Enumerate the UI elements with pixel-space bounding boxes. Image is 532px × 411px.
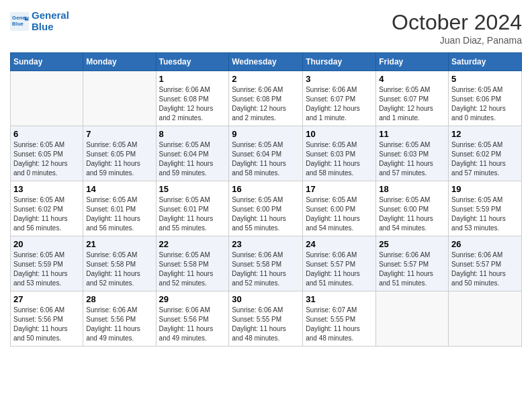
day-info: Sunrise: 6:05 AM Sunset: 5:58 PM Dayligh… xyxy=(86,250,152,288)
calendar-cell: 28Sunrise: 6:06 AM Sunset: 5:56 PM Dayli… xyxy=(83,291,156,347)
calendar-cell: 12Sunrise: 6:05 AM Sunset: 6:02 PM Dayli… xyxy=(449,126,522,181)
calendar-cell: 30Sunrise: 6:06 AM Sunset: 5:55 PM Dayli… xyxy=(229,291,303,347)
calendar-cell: 24Sunrise: 6:06 AM Sunset: 5:57 PM Dayli… xyxy=(303,236,376,291)
day-info: Sunrise: 6:06 AM Sunset: 5:57 PM Dayligh… xyxy=(306,250,373,288)
day-number: 17 xyxy=(306,184,373,194)
day-number: 23 xyxy=(232,239,300,249)
location-subtitle: Juan Diaz, Panama xyxy=(392,35,522,46)
logo-icon: General Blue xyxy=(10,12,29,31)
day-info: Sunrise: 6:06 AM Sunset: 6:07 PM Dayligh… xyxy=(306,85,373,123)
day-number: 14 xyxy=(86,184,152,194)
calendar-cell: 3Sunrise: 6:06 AM Sunset: 6:07 PM Daylig… xyxy=(303,71,376,126)
day-header-wednesday: Wednesday xyxy=(229,53,303,71)
day-header-tuesday: Tuesday xyxy=(156,53,229,71)
day-number: 2 xyxy=(232,74,300,84)
day-info: Sunrise: 6:05 AM Sunset: 5:59 PM Dayligh… xyxy=(13,250,80,288)
day-number: 21 xyxy=(86,239,152,249)
day-number: 29 xyxy=(159,294,226,304)
calendar-cell: 17Sunrise: 6:05 AM Sunset: 6:00 PM Dayli… xyxy=(303,181,376,236)
day-header-sunday: Sunday xyxy=(11,53,83,71)
day-number: 30 xyxy=(232,294,300,304)
logo-text: GeneralBlue xyxy=(32,10,69,32)
calendar-cell: 16Sunrise: 6:05 AM Sunset: 6:00 PM Dayli… xyxy=(229,181,303,236)
calendar-cell: 22Sunrise: 6:05 AM Sunset: 5:58 PM Dayli… xyxy=(156,236,229,291)
day-info: Sunrise: 6:05 AM Sunset: 6:00 PM Dayligh… xyxy=(232,195,300,233)
day-info: Sunrise: 6:05 AM Sunset: 6:04 PM Dayligh… xyxy=(232,140,300,178)
day-info: Sunrise: 6:06 AM Sunset: 5:58 PM Dayligh… xyxy=(232,250,300,288)
day-info: Sunrise: 6:05 AM Sunset: 6:06 PM Dayligh… xyxy=(451,85,519,123)
day-header-monday: Monday xyxy=(83,53,156,71)
day-info: Sunrise: 6:05 AM Sunset: 6:04 PM Dayligh… xyxy=(159,140,226,178)
calendar-cell: 27Sunrise: 6:06 AM Sunset: 5:56 PM Dayli… xyxy=(11,291,83,347)
day-header-thursday: Thursday xyxy=(303,53,376,71)
day-info: Sunrise: 6:06 AM Sunset: 5:57 PM Dayligh… xyxy=(451,250,519,288)
day-number: 13 xyxy=(13,184,80,194)
day-number: 26 xyxy=(451,239,519,249)
day-number: 12 xyxy=(451,129,519,139)
day-info: Sunrise: 6:06 AM Sunset: 5:56 PM Dayligh… xyxy=(13,306,80,343)
day-number: 28 xyxy=(86,294,152,304)
calendar-cell: 21Sunrise: 6:05 AM Sunset: 5:58 PM Dayli… xyxy=(83,236,156,291)
day-number: 9 xyxy=(232,129,300,139)
calendar-cell: 10Sunrise: 6:05 AM Sunset: 6:03 PM Dayli… xyxy=(303,126,376,181)
day-number: 19 xyxy=(451,184,519,194)
calendar-cell: 19Sunrise: 6:05 AM Sunset: 5:59 PM Dayli… xyxy=(449,181,522,236)
day-info: Sunrise: 6:05 AM Sunset: 6:03 PM Dayligh… xyxy=(306,140,373,178)
calendar-cell: 25Sunrise: 6:06 AM Sunset: 5:57 PM Dayli… xyxy=(376,236,449,291)
svg-text:Blue: Blue xyxy=(12,21,24,27)
calendar-cell xyxy=(11,71,83,126)
calendar-cell: 14Sunrise: 6:05 AM Sunset: 6:01 PM Dayli… xyxy=(83,181,156,236)
calendar-cell: 23Sunrise: 6:06 AM Sunset: 5:58 PM Dayli… xyxy=(229,236,303,291)
day-info: Sunrise: 6:05 AM Sunset: 6:05 PM Dayligh… xyxy=(86,140,152,178)
day-number: 25 xyxy=(379,239,445,249)
day-number: 15 xyxy=(159,184,226,194)
calendar-table: SundayMondayTuesdayWednesdayThursdayFrid… xyxy=(10,52,522,347)
day-info: Sunrise: 6:05 AM Sunset: 6:01 PM Dayligh… xyxy=(159,195,226,233)
day-number: 22 xyxy=(159,239,226,249)
calendar-cell: 9Sunrise: 6:05 AM Sunset: 6:04 PM Daylig… xyxy=(229,126,303,181)
month-title: October 2024 xyxy=(392,10,522,35)
day-info: Sunrise: 6:05 AM Sunset: 6:03 PM Dayligh… xyxy=(379,140,445,178)
day-info: Sunrise: 6:05 AM Sunset: 6:01 PM Dayligh… xyxy=(86,195,152,233)
day-info: Sunrise: 6:05 AM Sunset: 6:07 PM Dayligh… xyxy=(379,85,445,123)
day-info: Sunrise: 6:05 AM Sunset: 6:00 PM Dayligh… xyxy=(379,195,445,233)
day-info: Sunrise: 6:06 AM Sunset: 5:56 PM Dayligh… xyxy=(86,306,152,343)
day-info: Sunrise: 6:05 AM Sunset: 6:02 PM Dayligh… xyxy=(13,195,80,233)
calendar-cell: 26Sunrise: 6:06 AM Sunset: 5:57 PM Dayli… xyxy=(449,236,522,291)
day-number: 5 xyxy=(451,74,519,84)
day-info: Sunrise: 6:05 AM Sunset: 6:02 PM Dayligh… xyxy=(451,140,519,178)
calendar-cell: 31Sunrise: 6:07 AM Sunset: 5:55 PM Dayli… xyxy=(303,291,376,347)
day-header-saturday: Saturday xyxy=(449,53,522,71)
day-info: Sunrise: 6:06 AM Sunset: 6:08 PM Dayligh… xyxy=(232,85,300,123)
calendar-cell: 1Sunrise: 6:06 AM Sunset: 6:08 PM Daylig… xyxy=(156,71,229,126)
day-number: 27 xyxy=(13,294,80,304)
day-info: Sunrise: 6:07 AM Sunset: 5:55 PM Dayligh… xyxy=(306,306,373,343)
calendar-cell: 15Sunrise: 6:05 AM Sunset: 6:01 PM Dayli… xyxy=(156,181,229,236)
day-info: Sunrise: 6:05 AM Sunset: 5:58 PM Dayligh… xyxy=(159,250,226,288)
day-info: Sunrise: 6:05 AM Sunset: 5:59 PM Dayligh… xyxy=(451,195,519,233)
calendar-cell: 20Sunrise: 6:05 AM Sunset: 5:59 PM Dayli… xyxy=(11,236,83,291)
calendar-cell: 7Sunrise: 6:05 AM Sunset: 6:05 PM Daylig… xyxy=(83,126,156,181)
day-info: Sunrise: 6:06 AM Sunset: 5:56 PM Dayligh… xyxy=(159,306,226,343)
calendar-cell: 18Sunrise: 6:05 AM Sunset: 6:00 PM Dayli… xyxy=(376,181,449,236)
calendar-cell: 11Sunrise: 6:05 AM Sunset: 6:03 PM Dayli… xyxy=(376,126,449,181)
day-header-friday: Friday xyxy=(376,53,449,71)
calendar-cell: 13Sunrise: 6:05 AM Sunset: 6:02 PM Dayli… xyxy=(11,181,83,236)
day-number: 4 xyxy=(379,74,445,84)
day-number: 31 xyxy=(306,294,373,304)
page-header: General Blue GeneralBlue October 2024 Ju… xyxy=(10,10,522,46)
calendar-cell: 2Sunrise: 6:06 AM Sunset: 6:08 PM Daylig… xyxy=(229,71,303,126)
calendar-cell: 29Sunrise: 6:06 AM Sunset: 5:56 PM Dayli… xyxy=(156,291,229,347)
day-number: 8 xyxy=(159,129,226,139)
day-number: 10 xyxy=(306,129,373,139)
logo: General Blue GeneralBlue xyxy=(10,10,69,32)
calendar-cell xyxy=(449,291,522,347)
day-number: 7 xyxy=(86,129,152,139)
day-number: 20 xyxy=(13,239,80,249)
day-number: 11 xyxy=(379,129,445,139)
day-number: 18 xyxy=(379,184,445,194)
calendar-cell xyxy=(83,71,156,126)
day-number: 1 xyxy=(159,74,226,84)
day-info: Sunrise: 6:05 AM Sunset: 6:05 PM Dayligh… xyxy=(13,140,80,178)
day-info: Sunrise: 6:05 AM Sunset: 6:00 PM Dayligh… xyxy=(306,195,373,233)
